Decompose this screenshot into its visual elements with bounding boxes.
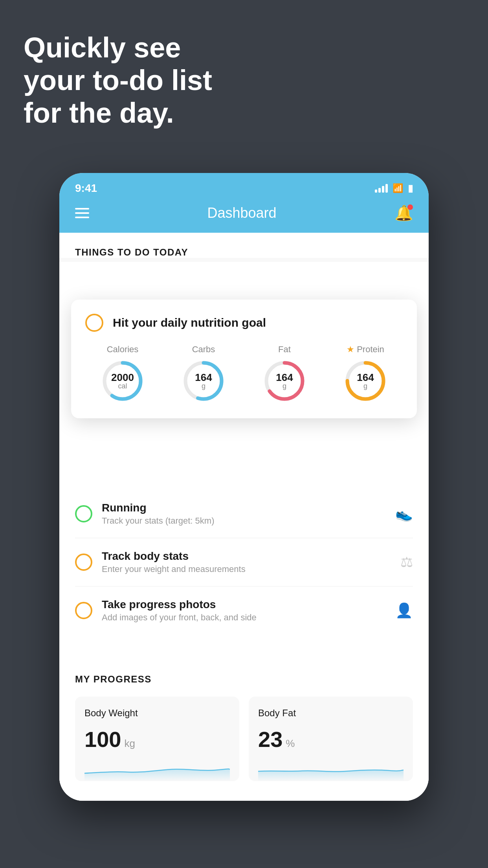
progress-cards: Body Weight 100 kg	[75, 697, 413, 781]
portrait-icon: 👤	[395, 602, 413, 619]
fat-ring: 164 g	[263, 359, 306, 403]
running-check-circle[interactable]	[75, 505, 92, 522]
body-fat-unit: %	[286, 737, 295, 750]
todo-item-photos[interactable]: Take progress photos Add images of your …	[75, 587, 413, 634]
body-weight-card[interactable]: Body Weight 100 kg	[75, 697, 239, 781]
photos-text: Take progress photos Add images of your …	[102, 598, 386, 623]
body-fat-card[interactable]: Body Fat 23 %	[249, 697, 413, 781]
progress-section-title: MY PROGRESS	[75, 674, 413, 685]
progress-section: MY PROGRESS Body Weight 100 kg	[59, 658, 429, 801]
mid-spacer	[59, 634, 429, 658]
star-icon: ★	[347, 344, 354, 355]
nutrition-carbs: Carbs 164 g	[182, 344, 225, 403]
photos-check-circle[interactable]	[75, 602, 92, 619]
things-section-title: THINGS TO DO TODAY	[75, 247, 413, 258]
running-title: Running	[102, 502, 386, 514]
body-weight-value-row: 100 kg	[84, 726, 230, 752]
calories-label: Calories	[107, 344, 139, 355]
protein-ring: 164 g	[344, 359, 387, 403]
phone-content: THINGS TO DO TODAY Hit your daily nutrit…	[59, 233, 429, 801]
running-text: Running Track your stats (target: 5km)	[102, 502, 386, 526]
running-subtitle: Track your stats (target: 5km)	[102, 516, 386, 526]
nutrition-fat: Fat 164 g	[263, 344, 306, 403]
wifi-icon: 📶	[393, 183, 403, 193]
status-bar: 9:41 📶 ▮	[59, 173, 429, 197]
running-icon: 👟	[395, 506, 413, 522]
nutrition-check-circle[interactable]	[85, 314, 103, 332]
carbs-label: Carbs	[192, 344, 215, 355]
todo-item-body-stats[interactable]: Track body stats Enter your weight and m…	[75, 538, 413, 587]
nutrition-calories: Calories 2000 cal	[101, 344, 144, 403]
card-header: Hit your daily nutrition goal	[85, 314, 403, 332]
body-fat-card-title: Body Fat	[258, 708, 404, 719]
body-weight-value: 100	[84, 726, 121, 752]
todo-item-running[interactable]: Running Track your stats (target: 5km) 👟	[75, 490, 413, 538]
body-weight-unit: kg	[124, 737, 135, 750]
header-title: Dashboard	[207, 205, 276, 221]
battery-icon: ▮	[408, 183, 413, 194]
nutrition-protein: ★ Protein 164 g	[344, 344, 387, 403]
photos-subtitle: Add images of your front, back, and side	[102, 612, 386, 623]
signal-icon	[375, 184, 388, 193]
things-section: THINGS TO DO TODAY	[59, 233, 429, 258]
body-stats-text: Track body stats Enter your weight and m…	[102, 550, 391, 574]
protein-label: ★ Protein	[347, 344, 384, 355]
body-stats-title: Track body stats	[102, 550, 391, 563]
photos-title: Take progress photos	[102, 598, 386, 611]
nutrition-grid: Calories 2000 cal Carbs	[85, 344, 403, 403]
body-fat-chart	[258, 761, 404, 781]
notification-button[interactable]: 🔔	[394, 204, 413, 222]
status-time: 9:41	[75, 182, 97, 195]
body-stats-subtitle: Enter your weight and measurements	[102, 564, 391, 574]
carbs-ring: 164 g	[182, 359, 225, 403]
hero-line2: your to-do list	[24, 64, 212, 97]
body-stats-check-circle[interactable]	[75, 554, 92, 571]
body-fat-value: 23	[258, 726, 283, 752]
status-icons: 📶 ▮	[375, 183, 413, 194]
todo-list: Running Track your stats (target: 5km) 👟…	[59, 490, 429, 634]
fat-label: Fat	[278, 344, 291, 355]
body-weight-chart	[84, 761, 230, 781]
body-fat-value-row: 23 %	[258, 726, 404, 752]
hero-text: Quickly see your to-do list for the day.	[24, 31, 212, 129]
notification-dot	[407, 204, 413, 210]
phone-mockup: 9:41 📶 ▮ Dashboard 🔔 THINGS TO DO TODAY	[59, 173, 429, 801]
hero-line1: Quickly see	[24, 31, 212, 64]
scale-icon: ⚖	[400, 554, 413, 570]
nutrition-card-title: Hit your daily nutrition goal	[113, 316, 266, 329]
nutrition-card: Hit your daily nutrition goal Calories 2…	[71, 300, 417, 418]
app-header: Dashboard 🔔	[59, 197, 429, 233]
calories-ring: 2000 cal	[101, 359, 144, 403]
menu-button[interactable]	[75, 208, 89, 218]
hero-line3: for the day.	[24, 97, 212, 129]
body-weight-card-title: Body Weight	[84, 708, 230, 719]
